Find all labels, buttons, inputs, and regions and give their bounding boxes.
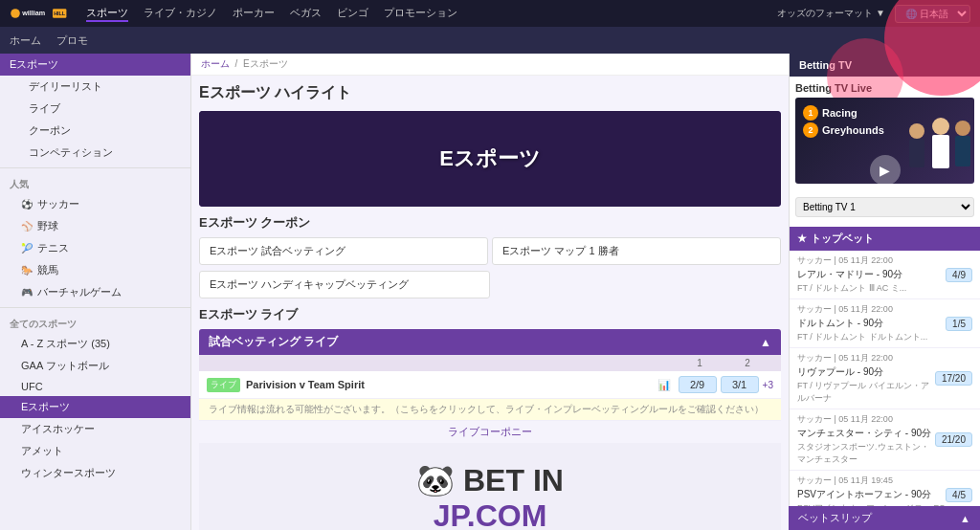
tennis-icon: 🎾 (21, 243, 33, 254)
sidebar-all-sports-label: 全てのスポーツ (0, 312, 190, 333)
nav-bingo[interactable]: ビンゴ (337, 6, 368, 22)
coupon-item-0[interactable]: Eスポーツ 試合ベッティング (199, 237, 488, 265)
nav-live-casino[interactable]: ライブ・カジノ (144, 6, 217, 22)
content-inner: Eスポーツ ハイライト Eスポーツ Eスポーツ クーポン Eスポーツ 試合ベッテ… (191, 76, 789, 530)
baseball-icon: ⚾ (21, 221, 33, 232)
top-bet-sport-0: サッカー | 05 11月 22:00 (797, 254, 906, 267)
sidebar-item-horse-racing[interactable]: 🐎 競馬 (0, 259, 190, 281)
live-col-2: 2 (724, 358, 771, 368)
racing-num-2: 2 (803, 122, 818, 138)
top-bet-row-0: サッカー | 05 11月 22:00 レアル・マドリー - 90分 FT / … (797, 254, 972, 295)
sidebar-item-esports[interactable]: Eスポーツ (0, 396, 190, 418)
main-content: ホーム / Eスポーツ Eスポーツ ハイライト Eスポーツ Eスポーツ クーポン… (191, 54, 789, 530)
top-bet-sport-3: サッカー | 05 11月 22:00 (797, 413, 935, 426)
sidebar-divider-2 (0, 307, 190, 308)
play-button[interactable]: ▶ (870, 155, 901, 186)
presenters-svg (898, 107, 974, 184)
sidebar-item-amment[interactable]: アメット (0, 440, 190, 462)
odds-btn-1[interactable]: 2/9 (679, 376, 717, 393)
page-title: Eスポーツ ハイライト (199, 83, 781, 103)
nav-sports[interactable]: スポーツ (86, 6, 128, 22)
odds-format-selector[interactable]: オッズのフォーマット ▼ (777, 7, 885, 20)
svg-text:HILL: HILL (54, 11, 66, 16)
live-section-chevron[interactable]: ▲ (760, 336, 771, 349)
live-col-main (209, 358, 676, 368)
sidebar-esports-header[interactable]: Eスポーツ (0, 54, 190, 76)
top-bet-detail-1: FT / ドルトムント ドルトムント... (797, 331, 927, 343)
top-nav-right: オッズのフォーマット ▼ 🌐 日本語 (777, 5, 970, 23)
sidebar-item-daily-list[interactable]: デイリーリスト (0, 76, 190, 98)
sidebar-item-az-sports[interactable]: A - Z スポーツ (35) (0, 333, 190, 355)
breadcrumb-home[interactable]: ホーム (201, 58, 230, 69)
nav-poker[interactable]: ポーカー (233, 6, 275, 22)
sidebar-item-live[interactable]: ライブ (0, 98, 190, 120)
sidebar-item-soccer[interactable]: ⚽ サッカー (0, 193, 190, 215)
svg-text:william: william (21, 9, 45, 17)
coupon-item-1[interactable]: Eスポーツ マップ 1 勝者 (492, 237, 781, 265)
live-table-header: 1 2 (199, 355, 781, 371)
sidebar-item-ufc[interactable]: UFC (0, 377, 190, 396)
live-section-header: 試合ベッティング ライブ ▲ (199, 329, 781, 355)
top-bet-row-1: サッカー | 05 11月 22:00 ドルトムント - 90分 FT / ドル… (797, 303, 972, 343)
live-badge: ライブ (207, 378, 240, 392)
coupon-item-2[interactable]: Eスポーツ ハンディキャップベッティング (199, 271, 490, 298)
bet-slip-bar[interactable]: ベットスリップ ▲ (789, 506, 980, 530)
sidebar-item-coupon[interactable]: クーポン (0, 120, 190, 142)
nav-vegas[interactable]: ベガス (290, 6, 322, 22)
live-coupon-link[interactable]: ライブコーポニー (448, 426, 532, 437)
second-nav-home[interactable]: ホーム (10, 33, 41, 48)
top-bet-item-3: サッカー | 05 11月 22:00 マンチェスター・シティ - 90分 スタ… (790, 409, 980, 471)
betinjp-logo: 🐼 BET IN JP.COM (218, 462, 762, 530)
sidebar-item-virtual[interactable]: 🎮 バーチャルゲーム (0, 281, 190, 303)
live-match-name: Parivision v Team Spirit (246, 379, 654, 390)
betting-tv-racing-overlay: 1 Racing 2 Greyhounds (803, 105, 884, 140)
sidebar-item-winter-sports[interactable]: ウィンタースポーツ (0, 462, 190, 484)
breadcrumb: ホーム / Eスポーツ (191, 54, 789, 76)
live-tab-label[interactable]: 試合ベッティング ライブ (209, 334, 338, 350)
coupon-grid: Eスポーツ 試合ベッティング Eスポーツ マップ 1 勝者 (199, 237, 781, 265)
racing-item-2: 2 Greyhounds (803, 122, 884, 138)
stats-icon[interactable]: 📊 (657, 379, 671, 391)
svg-point-4 (909, 123, 924, 139)
sidebar-item-competition[interactable]: コンペティション (0, 142, 190, 164)
top-bet-odds-3[interactable]: 21/20 (935, 432, 972, 447)
esports-section-label: Eスポーツ (10, 57, 58, 72)
live-section-title: Eスポーツ ライブ (199, 306, 781, 323)
top-bet-odds-0[interactable]: 4/9 (946, 268, 972, 282)
top-bet-detail-2: FT / リヴァプール バイエルン・アルバーナ (797, 380, 935, 405)
racing-label-2: Greyhounds (822, 124, 884, 136)
svg-rect-5 (909, 139, 924, 167)
hero-banner: Eスポーツ (199, 111, 781, 207)
top-bet-odds-2[interactable]: 17/20 (935, 371, 972, 386)
second-nav-promo[interactable]: プロモ (56, 33, 88, 48)
brand-logo[interactable]: william HILL (10, 5, 67, 22)
sidebar-item-tennis[interactable]: 🎾 テニス (0, 237, 190, 259)
racing-item-1: 1 Racing (803, 105, 884, 121)
top-bet-match-4: PSVアイントホーフェン - 90分 (797, 488, 946, 501)
language-selector[interactable]: 🌐 日本語 (895, 5, 970, 23)
top-bet-item-1: サッカー | 05 11月 22:00 ドルトムント - 90分 FT / ドル… (790, 299, 980, 348)
svg-rect-9 (955, 136, 970, 166)
sidebar-item-baseball[interactable]: ⚾ 野球 (0, 215, 190, 237)
betting-tv-live: Betting TV Live (790, 77, 980, 227)
odds-more[interactable]: +3 (763, 380, 773, 390)
sidebar-item-gaa[interactable]: GAA フットボール (0, 355, 190, 377)
play-icon: ▶ (880, 163, 890, 178)
top-bet-odds-4[interactable]: 4/5 (946, 488, 972, 502)
top-bets-header: ★ トップベット (790, 227, 980, 251)
top-bet-detail-3: スタジオンスポーツ.ウェストン・マンチェスター (797, 441, 935, 466)
top-bet-sport-1: サッカー | 05 11月 22:00 (797, 303, 927, 316)
svg-rect-7 (932, 135, 949, 168)
top-nav-links: スポーツ ライブ・カジノ ポーカー ベガス ビンゴ プロモーション (86, 6, 457, 22)
second-navigation: ホーム プロモ (0, 27, 980, 54)
top-bet-match-1: ドルトムント - 90分 (797, 317, 927, 330)
sidebar-item-ice-hockey[interactable]: アイスホッケー (0, 418, 190, 440)
nav-promotions[interactable]: プロモーション (384, 6, 457, 22)
breadcrumb-current: Eスポーツ (243, 58, 288, 69)
top-bet-odds-1[interactable]: 1/5 (946, 317, 972, 331)
top-bet-sport-4: サッカー | 05 11月 19:45 (797, 475, 946, 487)
coupon-section-title: Eスポーツ クーポン (199, 214, 781, 232)
betting-tv-select[interactable]: Betting TV 1 Betting TV 2 Betting TV 3 (795, 197, 974, 217)
top-bets-label: トップベット (811, 232, 874, 246)
odds-btn-2[interactable]: 3/1 (721, 376, 759, 393)
